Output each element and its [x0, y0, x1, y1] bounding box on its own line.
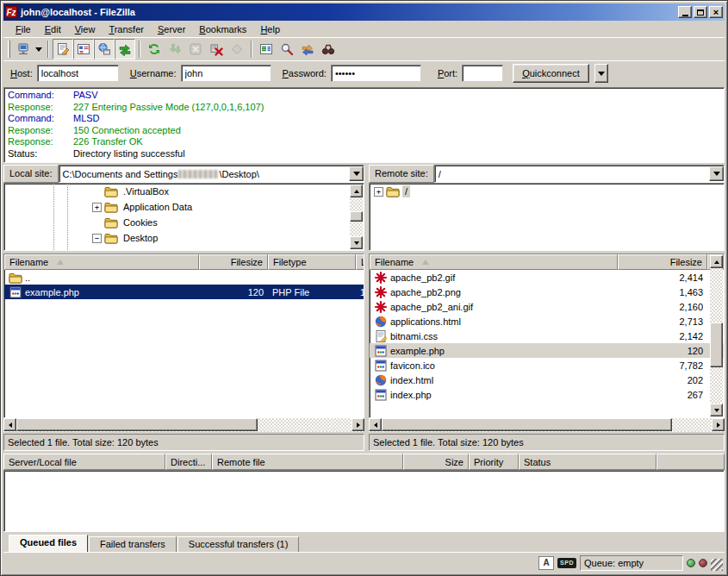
tab-queued-files[interactable]: Queued files: [9, 535, 88, 552]
scroll-up-button[interactable]: [350, 185, 363, 197]
transfer-queue-toggle-button[interactable]: [115, 39, 135, 59]
refresh-button[interactable]: [144, 39, 165, 59]
menu-bar: FileEditViewTransferServerBookmarksHelp: [3, 21, 725, 37]
column-header-filename[interactable]: Filename: [370, 254, 618, 270]
scroll-left-button[interactable]: [369, 418, 382, 431]
css-file-icon: [374, 329, 388, 343]
file-row[interactable]: applications.html2,713: [370, 314, 724, 329]
tree-item[interactable]: −Desktop: [4, 230, 364, 246]
remote-tree-toggle-button[interactable]: [94, 39, 115, 59]
tree-item[interactable]: +Application Data: [4, 199, 364, 215]
disconnect-button[interactable]: [206, 39, 227, 59]
file-row[interactable]: bitnami.css2,142: [370, 329, 724, 343]
collapse-icon[interactable]: −: [92, 234, 102, 243]
queue-column-filler: [656, 454, 725, 470]
column-header-filesize[interactable]: Filesize: [618, 254, 707, 270]
scroll-left-button[interactable]: [3, 418, 16, 431]
resize-grip[interactable]: [711, 559, 723, 571]
vertical-scrollbar[interactable]: [710, 255, 723, 416]
scrollbar-track[interactable]: [350, 197, 363, 236]
file-row[interactable]: apache_pb2.png1,463: [370, 285, 724, 299]
scrollbar-thumb[interactable]: [16, 418, 258, 431]
find-files-button[interactable]: [277, 39, 297, 59]
scroll-down-button[interactable]: [350, 236, 363, 249]
menu-bookmarks[interactable]: Bookmarks: [192, 22, 253, 36]
file-row[interactable]: index.html202: [370, 373, 724, 387]
local-site-combo-arrow[interactable]: [349, 166, 364, 181]
quickconnect-button[interactable]: Quickconnect: [513, 64, 589, 83]
cancel-button[interactable]: [185, 39, 206, 59]
queue-column-size[interactable]: Size: [403, 454, 469, 470]
process-queue-button[interactable]: [165, 39, 185, 59]
scroll-down-button[interactable]: [710, 404, 723, 416]
reconnect-button[interactable]: [227, 39, 247, 59]
column-header-l[interactable]: L: [356, 254, 364, 270]
quickconnect-dropdown-button[interactable]: [594, 64, 608, 83]
maximize-icon: [697, 9, 704, 16]
menu-help[interactable]: Help: [253, 22, 287, 36]
column-header-filesize[interactable]: Filesize: [199, 254, 268, 270]
data-type-icon[interactable]: A: [538, 556, 554, 570]
queue-column-server-local-file[interactable]: Server/Local file: [3, 454, 165, 470]
minimize-button[interactable]: [678, 6, 692, 18]
scrollbar-track[interactable]: [710, 268, 723, 404]
file-row[interactable]: example.php120: [370, 343, 724, 358]
tree-item[interactable]: +/: [370, 184, 724, 199]
password-label: Password:: [283, 68, 327, 78]
file-row[interactable]: favicon.ico7,782: [370, 358, 724, 373]
scroll-up-button[interactable]: [710, 255, 723, 268]
tree-item[interactable]: Cookies: [4, 215, 364, 230]
password-input[interactable]: [331, 65, 421, 82]
filename-filters-button[interactable]: [318, 39, 339, 59]
scroll-right-button[interactable]: [712, 418, 725, 431]
tab-failed-transfers[interactable]: Failed transfers: [89, 536, 177, 552]
menu-edit[interactable]: Edit: [38, 22, 68, 36]
app-file-icon: [374, 359, 388, 373]
host-input[interactable]: [37, 65, 119, 82]
menu-view[interactable]: View: [68, 22, 103, 36]
menu-file[interactable]: File: [9, 22, 38, 36]
message-log-toggle-button[interactable]: [53, 39, 73, 59]
queue-column-directi-[interactable]: Directi...: [165, 454, 212, 470]
expand-icon[interactable]: +: [92, 203, 102, 212]
expand-icon[interactable]: +: [374, 187, 383, 197]
scrollbar-thumb[interactable]: [382, 418, 672, 431]
remote-site-combo[interactable]: /: [434, 165, 725, 183]
transfer-queue-body[interactable]: [3, 470, 725, 532]
scrollbar-track[interactable]: [382, 418, 712, 432]
menu-transfer[interactable]: Transfer: [102, 22, 151, 36]
site-manager-dropdown-button[interactable]: [34, 40, 44, 59]
synchronized-browsing-button[interactable]: [297, 39, 318, 59]
scroll-right-button[interactable]: [352, 418, 364, 431]
file-row[interactable]: example.php120PHP File1: [4, 285, 364, 299]
tab-successful-transfers-1-[interactable]: Successful transfers (1): [177, 536, 300, 552]
local-directory-tree: .VirtualBox+Application DataCookies−Desk…: [3, 183, 364, 251]
column-header-filetype[interactable]: Filetype: [268, 254, 356, 270]
scrollbar-track[interactable]: [16, 418, 352, 432]
local-site-combo[interactable]: C:\Documents and Settings\Desktop\: [59, 165, 364, 183]
vertical-scrollbar[interactable]: [350, 185, 363, 249]
queue-column-remote-file[interactable]: Remote file: [212, 454, 403, 470]
local-tree-toggle-button[interactable]: [73, 39, 94, 59]
speed-limits-icon[interactable]: SPD: [557, 558, 576, 568]
scrollbar-thumb[interactable]: [350, 211, 363, 222]
maximize-button[interactable]: [694, 6, 707, 18]
file-row[interactable]: index.php267: [370, 387, 724, 402]
queue-column-status[interactable]: Status: [519, 454, 656, 470]
file-row[interactable]: apache_pb2.gif2,414: [370, 270, 724, 285]
directory-comparison-button[interactable]: [256, 39, 277, 59]
port-input[interactable]: [462, 65, 503, 82]
file-row[interactable]: ..: [4, 270, 364, 285]
file-row[interactable]: apache_pb2_ani.gif2,160: [370, 299, 724, 314]
close-button[interactable]: ×: [709, 6, 723, 18]
scrollbar-thumb[interactable]: [710, 322, 723, 367]
tree-item[interactable]: .VirtualBox: [4, 184, 364, 199]
username-input[interactable]: [181, 65, 271, 82]
remote-site-combo-arrow[interactable]: [709, 166, 724, 181]
column-header-filename[interactable]: Filename: [4, 254, 199, 270]
queue-column-priority[interactable]: Priority: [469, 454, 519, 470]
site-manager-button[interactable]: [13, 39, 34, 59]
log-line: Response:226 Transfer OK: [8, 136, 724, 148]
toolbar-separator: [251, 41, 252, 58]
menu-server[interactable]: Server: [151, 22, 192, 36]
